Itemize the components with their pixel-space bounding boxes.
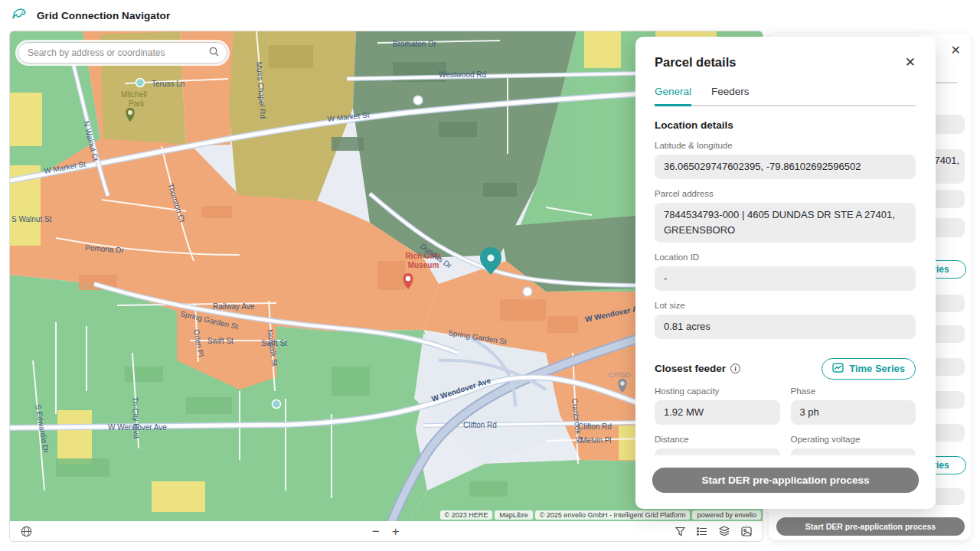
- filter-icon[interactable]: [675, 527, 685, 536]
- side-panel-start-der-button[interactable]: Start DER pre-application process: [776, 517, 965, 536]
- street-label: Westwood Rd: [439, 70, 486, 79]
- street-label: Melvin Pl: [580, 436, 612, 445]
- street-label: W Wendover Ave: [108, 423, 167, 432]
- zoom-in-button[interactable]: +: [392, 525, 400, 538]
- search-input[interactable]: [28, 47, 209, 58]
- time-series-chart-icon: [832, 363, 844, 375]
- attribution-here: © 2023 HERE: [440, 510, 493, 520]
- latlon-value: 36.065029747602395, -79.86102692596502: [655, 155, 916, 179]
- street-label: Clifton Rd: [463, 421, 497, 429]
- phase-label: Phase: [791, 386, 916, 396]
- distance-label: Distance: [655, 435, 780, 444]
- parcel-address-label: Parcel address: [655, 189, 916, 198]
- modal-close-icon[interactable]: ✕: [905, 56, 916, 69]
- app-title: Grid Connection Navigator: [37, 10, 170, 21]
- zoom-out-button[interactable]: −: [372, 525, 380, 538]
- street-label: Tri-City Blvd: [131, 397, 141, 439]
- parcel-details-modal: Parcel details ✕ General Feeders Locatio…: [635, 37, 936, 509]
- operating-voltage-value: [791, 448, 916, 455]
- poi-dot-teal: [273, 400, 281, 409]
- hosting-capacity-label: Hosting capacity: [655, 386, 780, 396]
- info-icon[interactable]: i: [730, 364, 740, 373]
- street-label: Railway Ave: [213, 302, 255, 311]
- street-label: Bromaton Dr: [393, 40, 436, 48]
- attribution-envelio: © 2025 envelio GmbH - Intelligent Grid P…: [535, 510, 691, 520]
- street-label: Clifton Rd: [578, 422, 612, 431]
- modal-tabs: General Feeders: [655, 86, 916, 106]
- globe-icon[interactable]: [21, 526, 32, 537]
- poi-dot-white: [413, 96, 423, 105]
- legend-list-icon[interactable]: [697, 527, 707, 536]
- attribution-maplibre: MapLibre: [495, 510, 533, 520]
- basemap-icon[interactable]: [741, 527, 752, 536]
- time-series-button[interactable]: Time Series: [822, 358, 916, 380]
- attribution-powered: powered by envelio: [692, 510, 761, 520]
- poi-label: CITGO: [609, 371, 631, 379]
- location-id-value: -: [655, 266, 916, 291]
- closest-feeder-heading: Closest feeder: [655, 363, 726, 374]
- location-details-heading: Location details: [655, 119, 916, 131]
- app-header: Grid Connection Navigator: [0, 0, 980, 31]
- tab-general[interactable]: General: [655, 86, 691, 106]
- street-label: Swift St: [207, 337, 234, 345]
- poi-dot-teal: [136, 79, 145, 87]
- operating-voltage-label: Operating voltage: [791, 435, 916, 444]
- distance-value: [655, 448, 780, 455]
- search-icon[interactable]: [209, 46, 219, 60]
- street-label: S Walnut St: [11, 215, 52, 223]
- location-id-label: Location ID: [655, 253, 916, 262]
- lot-size-label: Lot size: [655, 301, 916, 310]
- envelio-logo-icon: [11, 5, 28, 25]
- modal-title: Parcel details: [655, 55, 736, 70]
- tab-feeders[interactable]: Feeders: [711, 86, 750, 105]
- start-der-button[interactable]: Start DER pre-application process: [652, 468, 919, 493]
- poi-label: Museum: [408, 261, 439, 269]
- park-label: Park: [129, 99, 145, 108]
- lot-size-value: 0.81 acres: [655, 315, 916, 339]
- map-attribution: © 2023 HERE MapLibre © 2025 envelio GmbH…: [440, 510, 761, 520]
- poi-dot-white: [523, 287, 532, 296]
- hosting-capacity-value: 1.92 MW: [655, 400, 780, 425]
- street-label: Teruss Ln: [152, 80, 185, 88]
- latlon-label: Latitude & longitude: [655, 141, 916, 150]
- park-label: Mitchell: [121, 90, 147, 99]
- phase-value: 3 ph: [791, 400, 916, 425]
- parcel-address-value: 7844534793-000 | 4605 DUNDAS DR STE A 27…: [655, 203, 916, 243]
- map-search: [18, 42, 227, 64]
- time-series-label: Time Series: [849, 363, 905, 374]
- map-control-bar: − +: [10, 521, 763, 541]
- layers-icon[interactable]: [719, 526, 730, 536]
- side-panel-close-icon[interactable]: ✕: [951, 43, 961, 57]
